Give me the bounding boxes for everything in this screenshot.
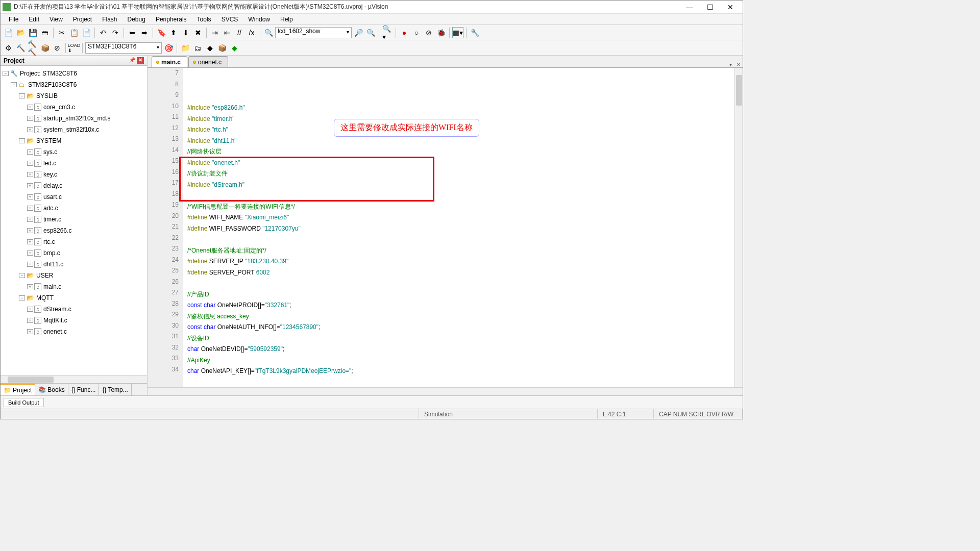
debug-icon[interactable]: 🔍▾: [382, 27, 393, 38]
tree-file-dStream-c[interactable]: +cdStream.c: [1, 304, 147, 315]
code-line[interactable]: [187, 234, 734, 245]
tree-file-key-c[interactable]: +ckey.c: [1, 169, 147, 180]
manage-rte-icon[interactable]: ◆: [204, 42, 215, 54]
breakpoint-kill-icon[interactable]: ⊘: [423, 27, 434, 38]
bookmark-next-icon[interactable]: ⬇: [180, 27, 191, 38]
code-line[interactable]: //协议封装文件: [187, 168, 734, 180]
sidebar-hscrollbar[interactable]: [1, 375, 147, 383]
menu-edit[interactable]: Edit: [23, 15, 44, 24]
code-line[interactable]: const char OneNetPROID[]="332761";: [187, 300, 734, 311]
target-options-icon[interactable]: 🎯: [163, 42, 174, 54]
target-combo[interactable]: STM32F103C8T6: [85, 42, 162, 54]
code-line[interactable]: //ApiKey: [187, 355, 734, 366]
code-line[interactable]: #include "onenet.h": [187, 158, 734, 169]
menu-window[interactable]: Window: [243, 15, 275, 24]
breakpoint-disable-icon[interactable]: ○: [411, 27, 422, 38]
tree-file-MqttKit-c[interactable]: +cMqttKit.c: [1, 315, 147, 326]
editor-hscrollbar[interactable]: [148, 387, 743, 395]
menu-debug[interactable]: Debug: [122, 15, 151, 24]
tree-file-dht11-c[interactable]: +cdht11.c: [1, 259, 147, 270]
new-file-icon[interactable]: 📄: [3, 27, 14, 38]
tree-group-mqtt[interactable]: −📂MQTT: [1, 292, 147, 304]
find-combo[interactable]: lcd_1602_show: [275, 27, 352, 38]
uncomment-icon[interactable]: /x: [246, 27, 257, 38]
menu-peripherals[interactable]: Peripherals: [151, 15, 192, 24]
code-line[interactable]: [187, 377, 734, 388]
tree-file-esp8266-c[interactable]: +cesp8266.c: [1, 225, 147, 236]
code-line[interactable]: char OneNetDEVID[]="590592359";: [187, 344, 734, 355]
copy-icon[interactable]: 📋: [68, 27, 80, 38]
tree-file-startup_stm32f10x_md-s[interactable]: +cstartup_stm32f10x_md.s: [1, 113, 147, 124]
find-icon[interactable]: 🔍: [263, 27, 274, 38]
project-tree[interactable]: −🔧Project: STM32C8T6−🗀STM32F103C8T6−📂SYS…: [1, 66, 147, 375]
tree-file-onenet-c[interactable]: +conenet.c: [1, 326, 147, 337]
build-icon[interactable]: 🔨: [15, 42, 26, 54]
bookmark-icon[interactable]: 🔖: [156, 27, 167, 38]
build-output-tab[interactable]: Build Output: [4, 398, 44, 407]
code-line[interactable]: #include "esp8266.h": [187, 103, 734, 114]
redo-icon[interactable]: ↷: [110, 27, 121, 38]
editor-vscrollbar[interactable]: [734, 68, 743, 387]
sidebar-tab-project[interactable]: 📁Project: [1, 384, 35, 395]
code-line[interactable]: /*Onenet服务器地址:固定的*/: [187, 245, 734, 257]
rebuild-icon[interactable]: 🔨🔨: [27, 42, 38, 54]
code-line[interactable]: #define WIFI_NAME "Xiaomi_meizi6": [187, 212, 734, 223]
undo-icon[interactable]: ↶: [97, 27, 109, 38]
editor-tab-onenet-c[interactable]: onenet.c: [188, 56, 228, 67]
code-line[interactable]: //产品ID: [187, 289, 734, 300]
comment-icon[interactable]: //: [234, 27, 245, 38]
code-line[interactable]: //设备ID: [187, 333, 734, 344]
tree-group-syslib[interactable]: −📂SYSLIB: [1, 90, 147, 102]
nav-forward-icon[interactable]: ➡: [139, 27, 150, 38]
close-button[interactable]: ✕: [720, 2, 741, 13]
menu-project[interactable]: Project: [68, 15, 97, 24]
code-line[interactable]: /*WIFI信息配置---将要连接的WIFI信息*/: [187, 202, 734, 213]
code-line[interactable]: #include "dht11.h": [187, 136, 734, 147]
paste-icon[interactable]: 📄: [81, 27, 92, 38]
configure-icon[interactable]: 🔧: [469, 27, 480, 38]
download-icon[interactable]: LOAD⬇: [68, 42, 80, 54]
manage-project-icon[interactable]: 📁: [180, 42, 191, 54]
tree-project-root[interactable]: −🔧Project: STM32C8T6: [1, 68, 147, 79]
code-line[interactable]: //网络协议层: [187, 146, 734, 158]
indent-icon[interactable]: ⇥: [209, 27, 220, 38]
tab-close-icon[interactable]: ✕: [734, 62, 743, 67]
panel-close-icon[interactable]: ✕: [137, 57, 144, 64]
pack-installer-icon[interactable]: ◆: [229, 42, 240, 54]
tree-file-timer-c[interactable]: +ctimer.c: [1, 214, 147, 225]
code-line[interactable]: #define WIFI_PASSWORD "12170307yu": [187, 223, 734, 235]
tree-group-system[interactable]: −📂SYSTEM: [1, 135, 147, 146]
save-icon[interactable]: 💾: [27, 27, 38, 38]
code-editor[interactable]: 这里需要修改成实际连接的WIFI名称 #include "esp8266.h"#…: [183, 68, 734, 387]
minimize-button[interactable]: —: [679, 2, 700, 13]
incremental-find-icon[interactable]: 🔍: [365, 27, 376, 38]
tree-file-main-c[interactable]: +cmain.c: [1, 281, 147, 292]
bookmark-clear-icon[interactable]: ✖: [192, 27, 204, 38]
code-line[interactable]: char OneNetAPI_KEY[]="fTgT3L9k3gyalPDMeo…: [187, 366, 734, 377]
nav-back-icon[interactable]: ⬅: [127, 27, 138, 38]
code-line[interactable]: #include "dStream.h": [187, 180, 734, 191]
maximize-button[interactable]: ☐: [700, 2, 720, 13]
tree-file-sys-c[interactable]: +csys.c: [1, 146, 147, 158]
pin-icon[interactable]: 📌: [129, 57, 136, 64]
sidebar-tab-func[interactable]: {}Func...: [68, 384, 100, 395]
select-packs-icon[interactable]: 📦: [216, 42, 228, 54]
menu-tools[interactable]: Tools: [192, 15, 216, 24]
multi-project-icon[interactable]: 🗂: [192, 42, 203, 54]
editor-tab-main-c[interactable]: main.c: [152, 56, 187, 67]
menu-file[interactable]: File: [4, 15, 23, 24]
tree-file-core_cm3-c[interactable]: +ccore_cm3.c: [1, 102, 147, 113]
breakpoint-all-icon[interactable]: 🐞: [435, 27, 447, 38]
tree-group-user[interactable]: −📂USER: [1, 270, 147, 281]
outdent-icon[interactable]: ⇤: [222, 27, 233, 38]
save-all-icon[interactable]: 🗃: [39, 27, 51, 38]
code-line[interactable]: [187, 190, 734, 202]
tree-file-usart-c[interactable]: +cusart.c: [1, 191, 147, 203]
batch-build-icon[interactable]: 📦: [39, 42, 51, 54]
code-line[interactable]: const char OneNetAUTH_INFO[]="1234567890…: [187, 322, 734, 333]
find-in-files-icon[interactable]: 🔎: [353, 27, 364, 38]
tree-file-rtc-c[interactable]: +crtc.c: [1, 236, 147, 247]
code-line[interactable]: [187, 278, 734, 289]
sidebar-tab-temp[interactable]: {}Temp...: [99, 384, 131, 395]
translate-icon[interactable]: ⚙: [3, 42, 14, 54]
